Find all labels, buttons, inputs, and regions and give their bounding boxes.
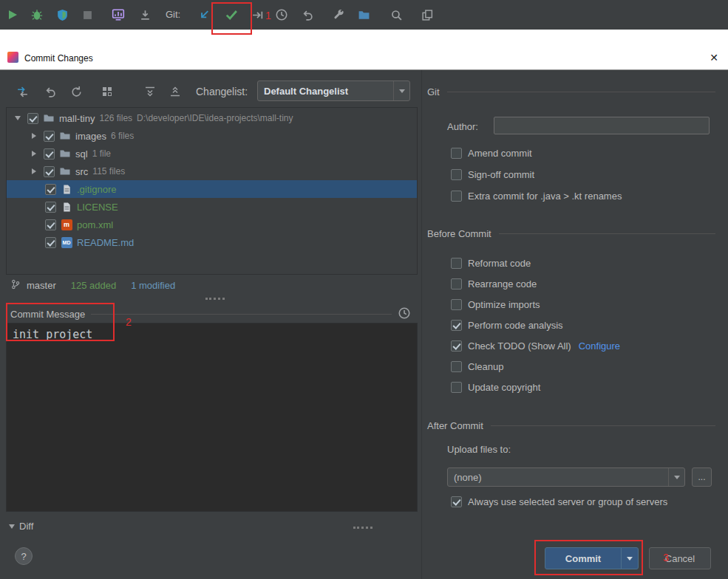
run-button[interactable] (3, 5, 22, 24)
expand-all-button[interactable] (140, 82, 160, 101)
option-label: Extra commit for .java > .kt renames (468, 191, 622, 202)
run-icon (7, 9, 18, 21)
tree-checkbox[interactable] (45, 219, 56, 230)
group-by-button[interactable] (98, 82, 117, 101)
cleanup-option[interactable]: Cleanup (451, 359, 503, 374)
extra-commit-checkbox[interactable] (451, 191, 462, 202)
header-rule (91, 314, 392, 315)
diff-section-toggle[interactable]: Diff (9, 521, 33, 532)
vcs-status-row: master 125 added 1 modified (10, 279, 175, 292)
cleanup-checkbox[interactable] (451, 361, 462, 372)
server-value: (none) (448, 472, 668, 483)
extra-commit-option[interactable]: Extra commit for .java > .kt renames (451, 188, 622, 203)
browse-servers-button[interactable]: ... (692, 467, 712, 487)
tree-row[interactable]: src 115 files (7, 162, 417, 180)
commit-message-editor[interactable]: init project (6, 323, 418, 512)
commit-changes-window: Git: Commit Changes ✕ Changelist: Defaul… (0, 0, 728, 579)
collapse-all-button[interactable] (166, 82, 185, 101)
history-button[interactable] (272, 5, 291, 24)
file-icon (61, 201, 72, 213)
tree-row[interactable]: mall-tiny 126 files D:\developer\IDE\ide… (7, 109, 417, 127)
sign-off-checkbox[interactable] (451, 169, 462, 180)
profiler-button[interactable] (109, 5, 128, 24)
tree-item-label: src (75, 166, 88, 177)
folder-icon (59, 148, 71, 160)
code-analysis-checkbox[interactable] (451, 320, 462, 331)
show-diff-button[interactable] (13, 82, 32, 101)
expand-toggle[interactable] (29, 151, 39, 157)
download-button[interactable] (135, 5, 154, 24)
tree-row[interactable]: sql 1 file (7, 145, 417, 162)
expand-toggle[interactable] (29, 168, 39, 174)
changelist-dropdown[interactable]: Default Changelist (257, 80, 410, 101)
configure-link[interactable]: Configure (579, 340, 620, 352)
splitter-handle[interactable] (205, 298, 225, 300)
file-icon (61, 183, 72, 195)
help-button[interactable]: ? (15, 547, 33, 565)
cancel-button[interactable]: Cancel (649, 547, 711, 569)
expand-toggle[interactable] (13, 116, 23, 120)
sign-off-commit-option[interactable]: Sign-off commit (451, 167, 534, 182)
dialog-titlebar: Commit Changes ✕ (0, 30, 728, 69)
update-copyright-checkbox[interactable] (451, 382, 462, 393)
commit-toolbar-button[interactable] (222, 5, 241, 24)
commit-dropdown-button[interactable] (621, 547, 639, 569)
tree-item-label: pom.xml (77, 219, 113, 230)
git-section-header: Git (427, 86, 715, 97)
message-history-icon[interactable] (398, 306, 411, 322)
settings-button[interactable] (329, 5, 348, 24)
check-todo-option[interactable]: Check TODO (Show All) Configure (451, 338, 620, 353)
tree-checkbox[interactable] (44, 131, 55, 142)
chevron-right-icon (32, 168, 36, 174)
always-use-server-option[interactable]: Always use selected server or group of s… (451, 494, 667, 509)
tree-row[interactable]: MD README.md (7, 233, 417, 251)
tree-row-selected[interactable]: .gitignore (7, 180, 417, 198)
stop-button[interactable] (78, 5, 97, 24)
bug-icon (30, 8, 44, 21)
optimize-imports-option[interactable]: Optimize imports (451, 297, 540, 312)
author-input[interactable] (494, 117, 710, 134)
tree-checkbox[interactable] (44, 166, 55, 177)
amend-commit-checkbox[interactable] (451, 148, 462, 159)
tree-row[interactable]: images 6 files (7, 127, 417, 145)
option-label: Sign-off commit (468, 169, 534, 180)
tree-row[interactable]: m pom.xml (7, 216, 417, 233)
commit-button[interactable]: Commit (545, 547, 622, 569)
search-icon (390, 9, 403, 21)
rollback-button[interactable] (298, 5, 317, 24)
author-label: Author: (447, 121, 478, 132)
ide-toolbar: Git: (0, 0, 728, 30)
expand-toggle[interactable] (29, 133, 39, 139)
splitter-handle[interactable] (353, 527, 372, 529)
server-dropdown[interactable]: (none) (447, 467, 685, 487)
copy-reference-button[interactable] (418, 5, 437, 24)
coverage-button[interactable] (52, 5, 72, 24)
search-button[interactable] (387, 5, 406, 24)
rollback-changes-button[interactable] (41, 82, 60, 101)
debug-button[interactable] (27, 5, 47, 24)
check-todo-checkbox[interactable] (451, 340, 462, 352)
optimize-imports-checkbox[interactable] (451, 299, 462, 310)
update-arrow-icon (198, 9, 211, 21)
rearrange-code-option[interactable]: Rearrange code (451, 276, 537, 291)
always-use-server-checkbox[interactable] (451, 496, 462, 507)
tree-item-label: images (75, 131, 106, 142)
reformat-code-option[interactable]: Reformat code (451, 256, 531, 270)
close-icon[interactable]: ✕ (710, 52, 718, 64)
project-structure-button[interactable] (354, 5, 373, 24)
update-project-button[interactable] (194, 5, 214, 24)
refresh-changes-button[interactable] (67, 82, 86, 101)
tree-checkbox[interactable] (44, 148, 55, 160)
group-squares-icon (101, 86, 113, 97)
amend-commit-option[interactable]: Amend commit (451, 145, 532, 160)
tree-checkbox[interactable] (45, 202, 56, 213)
push-button[interactable] (248, 5, 267, 24)
rearrange-code-checkbox[interactable] (451, 278, 462, 290)
tree-row[interactable]: LICENSE (7, 198, 417, 216)
code-analysis-option[interactable]: Perform code analysis (451, 318, 563, 332)
update-copyright-option[interactable]: Update copyright (451, 380, 540, 394)
reformat-code-checkbox[interactable] (451, 258, 462, 269)
tree-checkbox[interactable] (27, 113, 38, 124)
tree-checkbox[interactable] (45, 237, 56, 248)
tree-checkbox[interactable] (45, 184, 56, 195)
